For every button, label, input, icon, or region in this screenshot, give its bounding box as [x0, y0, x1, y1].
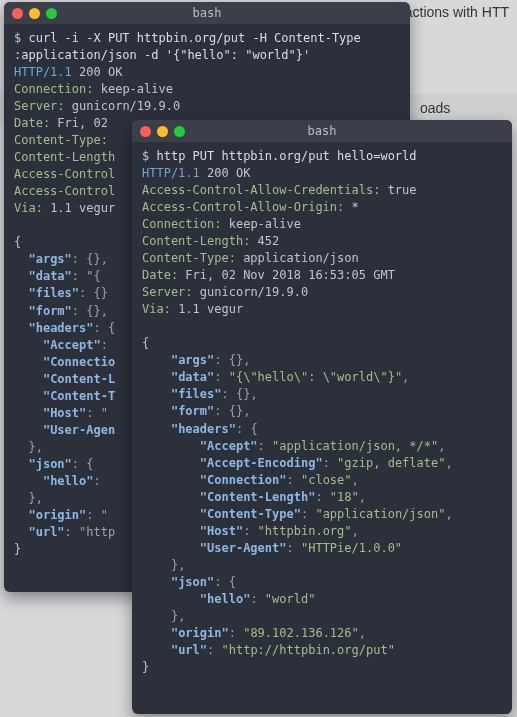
json-key-content-t: "Content-T: [43, 389, 115, 403]
titlebar[interactable]: bash: [4, 2, 410, 24]
json-key-headers: "headers": [171, 422, 236, 436]
background-text-top: ractions with HTT: [400, 4, 509, 20]
json-key-data: "data": [28, 269, 71, 283]
header-connection: Connection:: [142, 217, 221, 231]
command-line: http PUT httpbin.org/put hello=world: [156, 149, 416, 163]
json-key-json: "json": [171, 575, 214, 589]
json-key-user-agent: "User-Agent": [200, 541, 287, 555]
json-key-headers: "headers": [28, 321, 93, 335]
json-key-files: "files": [28, 286, 79, 300]
http-status: 200 OK: [207, 166, 250, 180]
json-key-hello: "hello": [43, 474, 94, 488]
json-key-args: "args": [171, 353, 214, 367]
json-close: }: [142, 660, 149, 674]
terminal-window-httpie[interactable]: bash $ http PUT httpbin.org/put hello=wo…: [132, 120, 512, 714]
json-key-form: "form": [171, 404, 214, 418]
http-version: HTTP/1.1: [14, 65, 72, 79]
traffic-lights: [12, 8, 57, 19]
json-key-data: "data": [171, 370, 214, 384]
json-key-origin: "origin": [171, 626, 229, 640]
prompt: $: [142, 149, 156, 163]
json-key-url: "url": [28, 525, 64, 539]
window-title: bash: [132, 124, 512, 138]
header-content-type: Content-Type:: [14, 133, 108, 147]
command-line-1: curl -i -X PUT httpbin.org/put -H Conten…: [28, 31, 360, 45]
command-line-2: :application/json -d '{"hello": "world"}…: [14, 48, 310, 62]
json-key-host: "Host": [43, 406, 86, 420]
close-icon[interactable]: [140, 126, 151, 137]
header-via: Via:: [14, 201, 43, 215]
json-key-accept: "Accept": [200, 439, 258, 453]
traffic-lights: [140, 126, 185, 137]
header-content-type: Content-Type:: [142, 251, 236, 265]
header-connection: Connection:: [14, 82, 93, 96]
json-key-origin: "origin": [28, 508, 86, 522]
header-content-length: Content-Length: [14, 150, 115, 164]
zoom-icon[interactable]: [174, 126, 185, 137]
json-key-args: "args": [28, 252, 71, 266]
header-date: Date:: [142, 268, 178, 282]
json-key-files: "files": [171, 387, 222, 401]
json-key-connection: "Connectio: [43, 355, 115, 369]
header-acac: Access-Control: [14, 184, 115, 198]
json-close-headers: },: [28, 440, 42, 454]
json-open: {: [142, 336, 149, 350]
window-title: bash: [4, 6, 410, 20]
json-key-content-l: "Content-L: [43, 372, 115, 386]
header-acac: Access-Control-Allow-Credentials:: [142, 183, 380, 197]
prompt: $: [14, 31, 28, 45]
json-key-accept: "Accept": [43, 338, 101, 352]
header-via: Via:: [142, 302, 171, 316]
close-icon[interactable]: [12, 8, 23, 19]
minimize-icon[interactable]: [157, 126, 168, 137]
json-open: {: [14, 235, 21, 249]
json-close-json: },: [171, 609, 185, 623]
json-close-headers: },: [171, 558, 185, 572]
terminal-body[interactable]: $ http PUT httpbin.org/put hello=world H…: [132, 142, 512, 686]
titlebar[interactable]: bash: [132, 120, 512, 142]
header-acao: Access-Control-Allow-Origin:: [142, 200, 344, 214]
zoom-icon[interactable]: [46, 8, 57, 19]
json-close: }: [14, 542, 21, 556]
header-server: Server:: [14, 99, 65, 113]
json-key-host: "Host": [200, 524, 243, 538]
json-key-url: "url": [171, 643, 207, 657]
header-server: Server:: [142, 285, 193, 299]
header-date: Date:: [14, 116, 50, 130]
json-key-hello: "hello": [200, 592, 251, 606]
json-key-json: "json": [28, 457, 71, 471]
json-key-content-type: "Content-Type": [200, 507, 301, 521]
http-version: HTTP/1.1: [142, 166, 200, 180]
http-status: 200 OK: [79, 65, 122, 79]
json-key-accept-encoding: "Accept-Encoding": [200, 456, 323, 470]
json-key-connection: "Connection": [200, 473, 287, 487]
json-key-content-length: "Content-Length": [200, 490, 316, 504]
json-key-form: "form": [28, 304, 71, 318]
minimize-icon[interactable]: [29, 8, 40, 19]
json-close-json: },: [28, 491, 42, 505]
header-content-length: Content-Length:: [142, 234, 250, 248]
header-acao: Access-Control: [14, 167, 115, 181]
json-key-user-agent: "User-Agen: [43, 423, 115, 437]
